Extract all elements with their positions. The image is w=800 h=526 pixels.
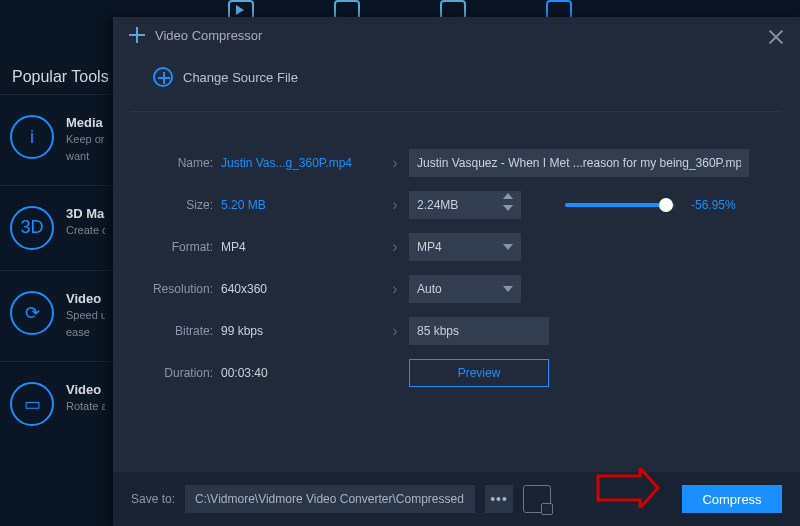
tool-title: Video F: [66, 382, 105, 397]
size-source-value: 5.20 MB: [221, 198, 381, 212]
resolution-label: Resolution:: [131, 282, 221, 296]
name-label: Name:: [131, 156, 221, 170]
tool-subtitle2: ease: [66, 325, 105, 340]
plus-circle-icon: [153, 67, 173, 87]
row-duration: Duration: 00:03:40 › Preview: [131, 352, 782, 394]
duration-value: 00:03:40: [221, 366, 381, 380]
size-slider[interactable]: [565, 203, 675, 207]
name-output-input[interactable]: [409, 149, 749, 177]
background-sidebar: Popular Tools i Media I Keep or want 3D …: [0, 60, 115, 446]
change-source-label: Change Source File: [183, 70, 298, 85]
tool-subtitle: Create c: [66, 223, 105, 238]
row-format: Format: MP4 › MP4: [131, 226, 782, 268]
format-output-value: MP4: [417, 240, 442, 254]
save-path-display[interactable]: C:\Vidmore\Vidmore Video Converter\Compr…: [185, 485, 475, 513]
chevron-right-icon: ›: [381, 196, 409, 214]
row-size: Size: 5.20 MB › -56.95%: [131, 184, 782, 226]
spinner-icon[interactable]: [503, 193, 517, 211]
preview-button[interactable]: Preview: [409, 359, 549, 387]
tool-subtitle: Speed u: [66, 308, 105, 323]
name-output-text[interactable]: [417, 156, 741, 170]
browse-path-button[interactable]: •••: [485, 485, 513, 513]
modal-titlebar: Video Compressor: [113, 17, 800, 53]
duration-label: Duration:: [131, 366, 221, 380]
format-output-select[interactable]: MP4: [409, 233, 521, 261]
row-bitrate: Bitrate: 99 kbps ›: [131, 310, 782, 352]
tool-title: 3D Mak: [66, 206, 105, 221]
chevron-down-icon: [503, 286, 513, 292]
row-resolution: Resolution: 640x360 › Auto: [131, 268, 782, 310]
compression-settings: Name: Justin Vas...g_360P.mp4 › Size: 5.…: [113, 112, 800, 394]
tool-title: Video S: [66, 291, 105, 306]
size-label: Size:: [131, 198, 221, 212]
save-to-label: Save to:: [131, 492, 175, 506]
video-compressor-modal: Video Compressor Change Source File Name…: [113, 17, 800, 526]
close-icon[interactable]: [766, 27, 786, 47]
sidebar-tool-item[interactable]: i Media I Keep or want: [0, 94, 115, 185]
sidebar-tool-item[interactable]: ⟳ Video S Speed u ease: [0, 270, 115, 361]
tool-icon: i: [10, 115, 54, 159]
resolution-output-select[interactable]: Auto: [409, 275, 521, 303]
chevron-right-icon: ›: [381, 154, 409, 172]
save-path-text: C:\Vidmore\Vidmore Video Converter\Compr…: [195, 492, 464, 506]
popular-tools-heading: Popular Tools: [0, 60, 115, 94]
compress-button[interactable]: Compress: [682, 485, 782, 513]
tool-icon: ⟳: [10, 291, 54, 335]
bitrate-output-text[interactable]: [417, 324, 541, 338]
sidebar-tool-item[interactable]: 3D 3D Mak Create c: [0, 185, 115, 270]
tool-title: Media I: [66, 115, 105, 130]
chevron-down-icon: [503, 244, 513, 250]
bitrate-source-value: 99 kbps: [221, 324, 381, 338]
row-name: Name: Justin Vas...g_360P.mp4 ›: [131, 142, 782, 184]
bitrate-label: Bitrate:: [131, 324, 221, 338]
tool-subtitle: Rotate and flip the video as you like: [66, 399, 105, 414]
tool-subtitle: Keep or: [66, 132, 105, 147]
size-reduction-percent: -56.95%: [691, 198, 736, 212]
sidebar-tool-item[interactable]: ▭ Video F Rotate and flip the video as y…: [0, 361, 115, 446]
resolution-output-value: Auto: [417, 282, 442, 296]
name-source-value: Justin Vas...g_360P.mp4: [221, 156, 381, 170]
change-source-button[interactable]: Change Source File: [131, 53, 782, 112]
tool-icon: 3D: [10, 206, 54, 250]
compressor-app-icon: [129, 27, 145, 43]
open-folder-button[interactable]: [523, 485, 551, 513]
chevron-right-icon: ›: [381, 322, 409, 340]
format-label: Format:: [131, 240, 221, 254]
tool-icon: ▭: [10, 382, 54, 426]
resolution-source-value: 640x360: [221, 282, 381, 296]
bitrate-output-input[interactable]: [409, 317, 549, 345]
format-source-value: MP4: [221, 240, 381, 254]
modal-title-text: Video Compressor: [155, 28, 262, 43]
chevron-right-icon: ›: [381, 238, 409, 256]
size-output-text[interactable]: [417, 198, 513, 212]
tool-subtitle2: want: [66, 149, 105, 164]
chevron-right-icon: ›: [381, 280, 409, 298]
size-output-stepper[interactable]: [409, 191, 521, 219]
